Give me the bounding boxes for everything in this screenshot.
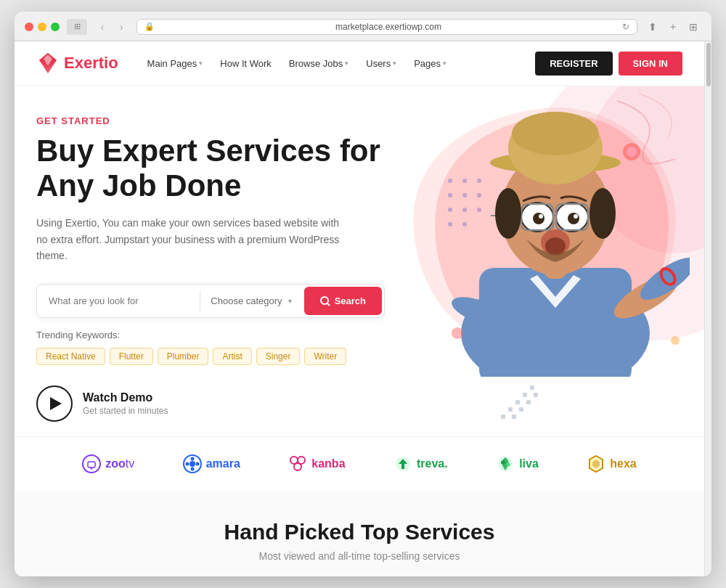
signin-button[interactable]: SIGN IN <box>619 52 682 75</box>
tag-artist[interactable]: Artist <box>213 348 251 365</box>
logo-icon <box>36 52 60 75</box>
svg-rect-55 <box>512 415 516 419</box>
hero-description: Using Exertio, You can make your own ser… <box>36 215 348 264</box>
brand-zootv: zootv <box>82 454 134 473</box>
hero-title: Buy Expert Services for Any Job Done <box>36 134 414 204</box>
svg-point-73 <box>501 460 505 465</box>
grid-view-btn[interactable]: ⊞ <box>67 19 87 35</box>
scrollbar-thumb[interactable] <box>706 43 711 86</box>
svg-point-38 <box>568 213 579 224</box>
search-button[interactable]: Search <box>304 287 382 315</box>
brand-kanba: kanba <box>288 454 345 473</box>
brand-amara: amara <box>183 454 240 473</box>
page-content: Exertio Main Pages ▾ How It Work Browse … <box>15 41 704 577</box>
watch-demo-subtitle: Get started in minutes <box>83 406 168 416</box>
watch-demo-title: Watch Demo <box>83 391 168 404</box>
nav-how-it-work[interactable]: How It Work <box>213 54 279 73</box>
play-button[interactable] <box>36 385 73 422</box>
search-bar: Choose category ▾ Search <box>36 284 385 318</box>
register-button[interactable]: REGISTER <box>535 52 612 75</box>
window-controls <box>25 23 60 31</box>
amara-icon <box>183 454 202 473</box>
tag-writer[interactable]: Writer <box>304 348 346 365</box>
scrollbar[interactable] <box>704 41 711 577</box>
nav-users[interactable]: Users ▾ <box>359 54 404 73</box>
browser-window: ⊞ ‹ › 🔒 marketplace.exertiowp.com ↻ ⬆ ＋ … <box>15 12 711 577</box>
share-btn[interactable]: ⬆ <box>645 19 661 35</box>
svg-point-43 <box>495 188 521 239</box>
page-content-wrapper: Exertio Main Pages ▾ How It Work Browse … <box>15 41 711 577</box>
chevron-down-icon: ▾ <box>288 297 292 305</box>
person-svg <box>421 94 690 377</box>
svg-point-42 <box>545 237 566 255</box>
nav-main-pages[interactable]: Main Pages ▾ <box>140 54 211 73</box>
chevron-down-icon: ▾ <box>443 60 446 67</box>
tag-plumber[interactable]: Plumber <box>158 348 209 365</box>
svg-point-63 <box>189 461 195 467</box>
hero-content: GET STARTED Buy Expert Services for Any … <box>36 115 414 422</box>
tag-singer[interactable]: Singer <box>256 348 301 365</box>
brand-hexa: hexa <box>587 454 636 473</box>
hexa-icon <box>587 454 605 473</box>
navbar: Exertio Main Pages ▾ How It Work Browse … <box>15 41 704 86</box>
kanba-icon <box>288 454 307 473</box>
trending-tags-list: React Native Flutter Plumber Artist Sing… <box>36 348 346 365</box>
search-input[interactable] <box>37 287 200 315</box>
services-subtitle: Most viewed and all-time top-selling ser… <box>36 550 682 562</box>
url-text: marketplace.exertiowp.com <box>159 22 618 32</box>
svg-point-70 <box>294 463 301 470</box>
back-btn[interactable]: ‹ <box>94 19 110 35</box>
extensions-btn[interactable]: ⊞ <box>685 19 701 35</box>
svg-point-48 <box>321 297 328 304</box>
svg-point-66 <box>185 462 189 466</box>
browser-action-buttons: ⬆ ＋ ⊞ <box>645 19 701 35</box>
svg-point-37 <box>533 213 544 224</box>
lock-icon: 🔒 <box>144 22 155 31</box>
svg-rect-51 <box>508 407 513 412</box>
liva-icon <box>496 454 515 473</box>
svg-point-65 <box>190 467 194 471</box>
chevron-down-icon: ▾ <box>393 60 396 67</box>
nav-pages[interactable]: Pages ▾ <box>407 54 454 73</box>
search-category-dropdown[interactable]: Choose category ▾ <box>200 287 301 315</box>
logo-accent: E <box>64 54 75 72</box>
refresh-btn[interactable]: ↻ <box>622 22 629 32</box>
svg-point-39 <box>539 214 543 219</box>
svg-rect-54 <box>530 385 534 390</box>
search-icon <box>320 296 330 306</box>
brand-liva: liva <box>496 454 539 473</box>
nav-buttons: ‹ › <box>94 19 129 35</box>
maximize-window-btn[interactable] <box>51 23 60 31</box>
treva-icon <box>393 454 412 473</box>
svg-point-47 <box>671 336 680 345</box>
brands-strip: zootv amara <box>15 436 704 491</box>
services-title: Hand Picked Top Services <box>36 520 682 544</box>
browser-chrome: ⊞ ‹ › 🔒 marketplace.exertiowp.com ↻ ⬆ ＋ … <box>15 12 711 41</box>
tag-react-native[interactable]: React Native <box>36 348 105 365</box>
close-window-btn[interactable] <box>25 23 33 31</box>
services-section: Hand Picked Top Services Most viewed and… <box>15 491 704 576</box>
forward-btn[interactable]: › <box>113 19 129 35</box>
logo[interactable]: Exertio <box>36 52 118 75</box>
svg-point-46 <box>452 327 463 339</box>
watch-demo: Watch Demo Get started in minutes <box>36 385 414 422</box>
trending-keywords: Trending Keywords: React Native Flutter … <box>36 330 414 365</box>
play-icon <box>50 397 62 410</box>
hero-person-image <box>421 94 690 377</box>
nav-items: Main Pages ▾ How It Work Browse Jobs ▾ U… <box>140 54 529 73</box>
svg-point-29 <box>512 112 599 155</box>
new-tab-btn[interactable]: ＋ <box>665 19 681 35</box>
nav-buttons: REGISTER SIGN IN <box>535 52 682 75</box>
svg-rect-60 <box>88 462 95 467</box>
zootv-icon <box>82 454 101 473</box>
tag-flutter[interactable]: Flutter <box>110 348 153 365</box>
minimize-window-btn[interactable] <box>38 23 46 31</box>
chevron-down-icon: ▾ <box>199 60 203 67</box>
brand-treva: treva. <box>393 454 448 473</box>
svg-point-64 <box>190 457 194 461</box>
address-bar[interactable]: 🔒 marketplace.exertiowp.com ↻ <box>136 19 637 35</box>
svg-point-67 <box>195 462 199 466</box>
nav-browse-jobs[interactable]: Browse Jobs ▾ <box>282 54 356 73</box>
decorative-dots-bottom <box>501 385 559 422</box>
hero-tag: GET STARTED <box>36 115 414 126</box>
